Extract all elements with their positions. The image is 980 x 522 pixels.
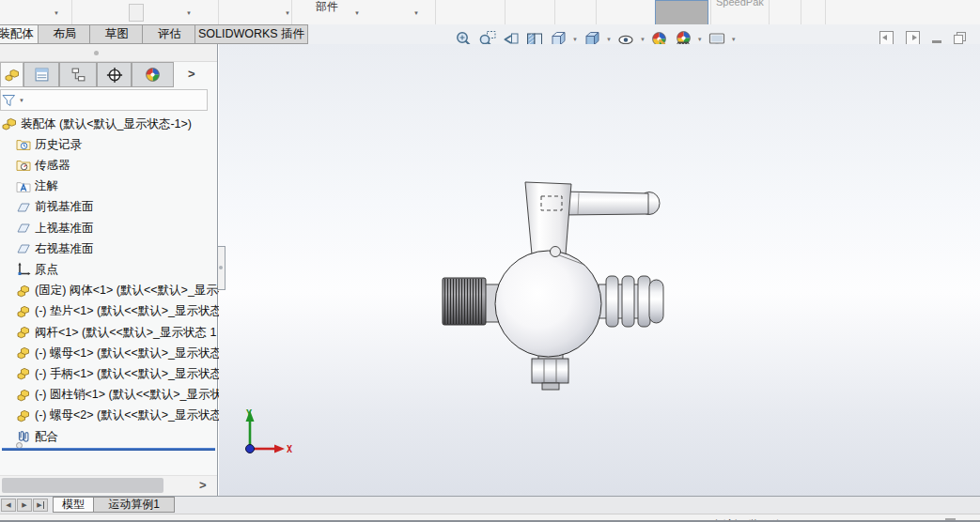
ribbon-separator: [554, 0, 555, 24]
filter-caret-icon[interactable]: ▼: [19, 98, 24, 103]
rollback-bar[interactable]: [2, 448, 215, 451]
tab-addins-label: SOLIDWORKS 插件: [198, 26, 304, 42]
tree-item-valve-body[interactable]: (固定) 阀体<1> (默认<<默认>_显示状态: [0, 281, 233, 301]
ribbon-separator: [435, 0, 436, 24]
nav-last-button[interactable]: ▶: [33, 499, 48, 512]
valve-stem: [525, 182, 571, 254]
ribbon-button-component[interactable]: 部件: [316, 0, 338, 15]
tab-featuremanager-tree[interactable]: [0, 62, 23, 87]
tree-item-nut-2[interactable]: (-) 螺母<2> (默认<<默认>_显示状态: [0, 406, 233, 426]
scroll-right-chevron[interactable]: >: [199, 478, 207, 492]
part-icon: [16, 345, 31, 361]
ribbon-separator: [291, 0, 292, 24]
valve-assembly-model[interactable]: [413, 160, 686, 404]
tree-item-label: 前视基准面: [35, 199, 94, 215]
nav-right-icon: ▶: [22, 501, 26, 509]
dropdown-caret-icon[interactable]: ▼: [285, 10, 290, 16]
ribbon-separator: [825, 0, 826, 24]
restore-window-icon[interactable]: [954, 32, 966, 44]
part-icon: [16, 408, 31, 423]
ribbon-separator: [218, 0, 219, 24]
nav-next-button[interactable]: ▶: [17, 499, 32, 512]
property-manager-icon: [34, 67, 50, 83]
tree-item-history[interactable]: 历史记录: [0, 134, 233, 155]
feature-manager-panel: > ▼ 装配体 (默认<默认_显示状态-1>) 历史记录 传感器 注解 前视基: [0, 44, 218, 496]
tree-item-right-plane[interactable]: 右视基准面: [0, 238, 233, 259]
hide-show-caret-icon[interactable]: ▼: [640, 37, 646, 42]
tree-item-cylindrical-pin[interactable]: (-) 圆柱销<1> (默认<<默认>_显示状: [0, 385, 233, 406]
filter-funnel-icon: [2, 93, 17, 108]
tree-item-label: 阀杆<1> (默认<<默认>_显示状态 1: [35, 325, 216, 341]
tree-item-label: (-) 圆柱销<1> (默认<<默认>_显示状: [35, 387, 222, 403]
ribbon-separator: [71, 0, 72, 24]
nav-first-button[interactable]: ◀: [1, 499, 16, 512]
ribbon: ▼ ▼ ▼ ▼ ▼ 部件 SpeedPak: [0, 0, 980, 24]
tree-item-mates[interactable]: 配合: [0, 426, 233, 447]
tree-item-label: (-) 手柄<1> (默认<<默认>_显示状态: [35, 366, 222, 382]
graphics-viewport[interactable]: Y X: [219, 44, 980, 496]
plane-icon: [16, 221, 31, 236]
dropdown-caret-icon[interactable]: ▼: [354, 10, 360, 16]
tree-item-top-plane[interactable]: 上视基准面: [0, 218, 233, 238]
view-orientation-caret-icon[interactable]: ▼: [572, 37, 578, 42]
tree-item-handle[interactable]: (-) 手柄<1> (默认<<默认>_显示状态: [0, 363, 233, 384]
triad-y-label: Y: [246, 408, 252, 419]
tree-item-label: 传感器: [35, 158, 70, 174]
dropdown-caret-icon[interactable]: ▼: [54, 10, 59, 16]
ribbon-separator: [769, 0, 770, 24]
tree-root-label: 装配体 (默认<默认_显示状态-1>): [21, 116, 192, 132]
tree-item-origin[interactable]: 原点: [0, 259, 233, 280]
tree-item-sensors[interactable]: 传感器: [0, 155, 233, 176]
tree-horizontal-scrollbar[interactable]: >: [0, 475, 217, 496]
status-bar: 在编辑 装配体: [0, 514, 980, 522]
nav-right-end-icon: ▶: [37, 501, 43, 509]
tab-addins[interactable]: SOLIDWORKS 插件: [194, 24, 308, 44]
tree-item-gasket[interactable]: (-) 垫片<1> (默认<<默认>_显示状态: [0, 301, 233, 322]
status-bar-icon: [945, 518, 956, 522]
collapse-left-pane-icon[interactable]: [879, 31, 894, 45]
solidworks-window: ▼ ▼ ▼ ▼ ▼ 部件 SpeedPak 装配体 布局 草图 评估 SOLID…: [0, 0, 980, 522]
apply-scene-caret-icon[interactable]: ▼: [697, 37, 703, 42]
tree-item-front-plane[interactable]: 前视基准面: [0, 197, 233, 218]
tree-item-valve-stem[interactable]: 阀杆<1> (默认<<默认>_显示状态 1: [0, 322, 233, 343]
tree-item-label: 历史记录: [35, 137, 82, 153]
tab-assembly[interactable]: 装配体: [0, 24, 39, 44]
disabled-ribbon-icon: [129, 4, 144, 22]
panel-expand-chevron[interactable]: >: [188, 67, 195, 81]
origin-icon: [16, 262, 31, 277]
barb-connector: [649, 280, 663, 323]
display-style-caret-icon[interactable]: ▼: [606, 37, 612, 42]
view-settings-caret-icon[interactable]: ▼: [731, 37, 737, 42]
panel-splitter-handle[interactable]: [218, 246, 226, 290]
triad-z-dot: [246, 445, 255, 453]
tab-layout[interactable]: 布局: [38, 24, 92, 44]
tab-property-manager[interactable]: [23, 62, 59, 87]
tree-item-label: 上视基准面: [35, 221, 94, 237]
annotations-icon: [16, 179, 31, 194]
tab-display-manager[interactable]: [132, 62, 174, 87]
tree-item-nut-1[interactable]: (-) 螺母<1> (默认<<默认>_显示状态: [0, 343, 233, 363]
tab-sketch[interactable]: 草图: [89, 24, 145, 44]
tab-model[interactable]: 模型: [53, 497, 94, 513]
tab-evaluate[interactable]: 评估: [142, 24, 197, 44]
tree-filter-box[interactable]: ▼: [0, 89, 208, 111]
display-manager-colorball-icon: [145, 67, 161, 83]
tree-item-label: (固定) 阀体<1> (默认<<默认>_显示状态: [35, 283, 233, 299]
nav-left-icon: ◀: [6, 501, 10, 509]
scrollbar-thumb[interactable]: [2, 478, 163, 493]
ribbon-button-speedpak[interactable]: SpeedPak: [716, 0, 764, 8]
tree-root-assembly[interactable]: 装配体 (默认<默认_显示状态-1>): [0, 114, 219, 134]
minimize-icon[interactable]: [932, 40, 941, 43]
collapse-right-pane-icon[interactable]: [906, 31, 920, 45]
dropdown-caret-icon[interactable]: ▼: [413, 10, 419, 16]
tab-model-label: 模型: [62, 497, 85, 513]
panel-top-splitter[interactable]: [0, 44, 217, 62]
tab-dimxpert-manager[interactable]: [97, 62, 132, 87]
tab-motion-study[interactable]: 运动算例1: [93, 497, 175, 513]
dimxpert-icon: [106, 67, 123, 84]
ribbon-pressed-button[interactable]: [655, 0, 708, 25]
tab-configuration-manager[interactable]: [59, 62, 97, 87]
tab-sketch-label: 草图: [105, 26, 129, 42]
dropdown-caret-icon[interactable]: ▼: [186, 10, 192, 16]
tree-item-annotations[interactable]: 注解: [0, 177, 233, 197]
